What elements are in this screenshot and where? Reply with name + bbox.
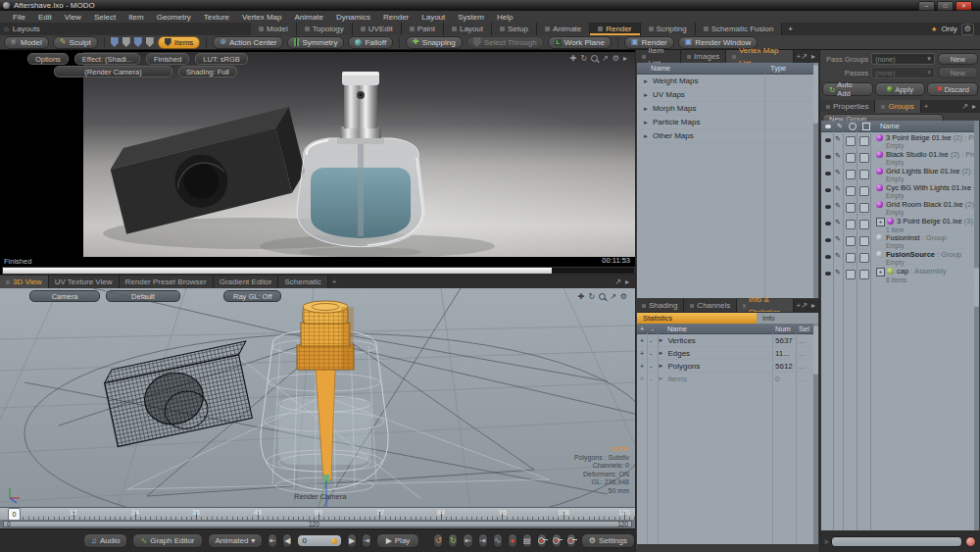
checkbox[interactable] xyxy=(846,253,856,263)
model-mode-button[interactable]: Model xyxy=(4,36,49,49)
expand-arrow-icon[interactable]: ► xyxy=(658,363,663,369)
pan-icon[interactable]: ✚ xyxy=(578,292,585,301)
vertex-map-row[interactable]: ►Weight Maps xyxy=(637,75,818,88)
expand-arrow-icon[interactable]: ► xyxy=(658,350,663,356)
checkbox[interactable] xyxy=(859,203,869,213)
selection-shield-icon-2[interactable] xyxy=(122,37,130,47)
menu-select[interactable]: Select xyxy=(94,13,116,22)
group-row[interactable]: ✎ +cap : Assembly8 Items xyxy=(821,266,979,282)
column-sel[interactable]: Sel xyxy=(799,325,809,333)
visibility-eye-icon[interactable] xyxy=(825,222,831,226)
stat-row-polygons[interactable]: +- ►Polygons 5612 ... xyxy=(637,360,818,373)
panel-menu-icon[interactable]: ▸ xyxy=(623,54,627,63)
expand-icon[interactable]: ↗ xyxy=(961,102,968,111)
panel-menu-icon[interactable]: ▸ xyxy=(625,277,629,286)
go-to-end-button[interactable]: ⇥ xyxy=(362,533,371,548)
vertex-map-row[interactable]: ►Other Maps xyxy=(637,129,818,143)
edit-pencil-icon[interactable]: ✎ xyxy=(835,235,841,243)
snapping-button[interactable]: ✚Snapping xyxy=(406,36,463,49)
layouts-label[interactable]: Layouts xyxy=(13,25,40,33)
edit-pencil-icon[interactable]: ✎ xyxy=(835,269,841,276)
menu-item[interactable]: Item xyxy=(128,13,144,22)
visibility-eye-icon[interactable] xyxy=(825,272,831,276)
discard-button[interactable]: ✖Discard xyxy=(927,82,978,96)
apply-button[interactable]: Apply xyxy=(875,82,926,96)
add-layout-tab-button[interactable]: + xyxy=(788,25,793,33)
vertex-map-row[interactable]: ►UV Maps xyxy=(637,88,818,102)
expander-plus-icon[interactable]: + xyxy=(876,268,885,276)
selection-shield-icon-1[interactable] xyxy=(111,37,119,47)
minimize-button[interactable]: − xyxy=(918,1,935,11)
checkbox[interactable] xyxy=(859,253,869,263)
column-type[interactable]: Type xyxy=(770,64,786,73)
range-button[interactable]: ▤ xyxy=(522,533,532,548)
layout-tab-render[interactable]: Render xyxy=(590,23,640,35)
playback-mode-dropdown[interactable]: Animated▾ xyxy=(208,533,264,548)
subtab-info[interactable]: Info xyxy=(757,313,818,324)
checkbox[interactable] xyxy=(859,153,869,163)
auto-add-button[interactable]: ↻Auto Add xyxy=(822,82,873,96)
refresh-icon[interactable]: ↻ xyxy=(580,54,587,63)
column-num[interactable]: Num xyxy=(775,325,791,333)
group-row[interactable]: ✎ Black Studio 01.lxe (2) : PresetEmpty xyxy=(821,149,979,166)
visibility-eye-icon[interactable] xyxy=(825,238,831,242)
visibility-eye-icon[interactable] xyxy=(825,155,831,159)
scrollbar[interactable] xyxy=(813,324,818,544)
only-toggle[interactable]: Only xyxy=(941,25,956,33)
menu-layout[interactable]: Layout xyxy=(421,13,445,22)
checkbox[interactable] xyxy=(846,236,856,246)
next-key-button[interactable]: ⇥ xyxy=(478,533,488,548)
render-lut-button[interactable]: LUT: sRGB xyxy=(195,53,248,65)
next-frame-button[interactable]: ▶ xyxy=(347,533,357,548)
edit-pencil-icon[interactable]: ✎ xyxy=(835,135,841,143)
viewport-camera-button[interactable]: Camera xyxy=(29,290,100,302)
tab-properties[interactable]: Properties xyxy=(820,100,875,113)
expand-icon[interactable]: ↗ xyxy=(610,292,616,301)
expand-arrow-icon[interactable]: ► xyxy=(643,78,649,84)
layout-tab-model[interactable]: Model xyxy=(251,23,297,35)
edit-pencil-icon[interactable]: ✎ xyxy=(835,252,841,260)
render-shading-button[interactable]: Shading: Full xyxy=(178,66,237,77)
menu-dynamics[interactable]: Dynamics xyxy=(336,13,370,22)
layout-tab-setup[interactable]: Setup xyxy=(492,23,537,35)
menu-texture[interactable]: Texture xyxy=(204,13,229,22)
curves-button[interactable]: ∿ xyxy=(493,533,503,548)
group-row[interactable]: ✎ 3 Point Beige 01.lxe (2) : PresetEmpty xyxy=(821,132,979,149)
items-mode-button[interactable]: Items xyxy=(158,36,201,49)
column-name[interactable]: Name xyxy=(880,122,900,130)
maximize-button[interactable]: □ xyxy=(937,1,954,11)
tab-schematic[interactable]: Schematic xyxy=(278,276,327,288)
current-frame-field[interactable]: 0 xyxy=(297,534,342,547)
expand-icon[interactable]: ↗ xyxy=(801,301,808,310)
stat-row-items[interactable]: +- ►Items 0 ... xyxy=(637,373,818,385)
close-button[interactable]: ✕ xyxy=(956,1,972,11)
tab-3d-view[interactable]: 3D View xyxy=(0,276,49,288)
action-center-button[interactable]: ⊕Action Center xyxy=(213,36,283,49)
timeline-ruler[interactable]: 12 24 36 48 60 72 84 96 108 120 0 xyxy=(0,507,635,521)
audio-button[interactable]: ♫Audio xyxy=(83,533,127,548)
edit-pencil-icon[interactable]: ✎ xyxy=(835,169,841,176)
tab-item-list[interactable]: Item List xyxy=(636,50,681,63)
edit-pencil-icon[interactable]: ✎ xyxy=(835,185,841,193)
render-effect-button[interactable]: Effect: (Shadi... xyxy=(74,53,140,65)
column-minus[interactable]: - xyxy=(651,325,654,333)
work-plane-button[interactable]: LWork Plane xyxy=(548,36,612,49)
render-camera-dropdown[interactable]: (Render Camera) xyxy=(54,66,172,77)
go-to-start-button[interactable]: ⇤ xyxy=(268,533,277,548)
command-input[interactable] xyxy=(831,536,962,547)
gear-icon[interactable]: ⚙ xyxy=(612,54,619,63)
prev-key-button[interactable]: ⇤ xyxy=(463,533,472,548)
menu-animate[interactable]: Animate xyxy=(295,13,323,22)
play-button[interactable]: ▶Play xyxy=(376,533,419,548)
expand-icon[interactable]: ↗ xyxy=(602,54,609,63)
pan-icon[interactable]: ✚ xyxy=(570,54,577,63)
tab-shading[interactable]: Shading xyxy=(636,299,684,312)
viewport-default-button[interactable]: Default xyxy=(106,290,180,302)
checkbox[interactable] xyxy=(859,136,869,146)
expand-arrow-icon[interactable]: ► xyxy=(643,120,649,125)
layout-tab-layout[interactable]: Layout xyxy=(444,23,492,35)
tab-uv-texture-view[interactable]: UV Texture View xyxy=(49,276,120,288)
panel-menu-icon[interactable]: ▸ xyxy=(972,102,976,111)
checkbox[interactable] xyxy=(846,203,856,213)
passes-dropdown[interactable]: (none)▾ xyxy=(871,67,934,78)
